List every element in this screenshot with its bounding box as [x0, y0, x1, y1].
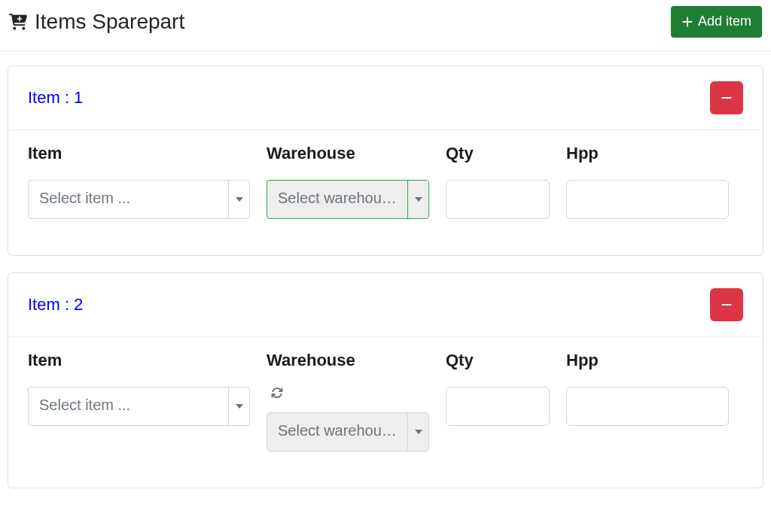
- hpp-input[interactable]: [566, 387, 729, 426]
- field-item: Item Select item ...: [28, 144, 250, 219]
- item-card-header: Item : 1: [8, 66, 763, 130]
- qty-input[interactable]: [446, 180, 550, 219]
- form-row: Item Select item ... Warehouse Select wa…: [28, 144, 743, 219]
- item-select-placeholder: Select item ...: [29, 181, 228, 218]
- item-card-body: Item Select item ... Warehouse Select wa…: [8, 337, 763, 488]
- label-hpp: Hpp: [566, 144, 729, 163]
- label-hpp: Hpp: [566, 351, 729, 370]
- item-card: Item : 2 Item Select item ... Warehouse: [8, 272, 763, 488]
- label-qty: Qty: [446, 351, 550, 370]
- item-index-label: Item : 2: [28, 295, 83, 315]
- items-container: Item : 1 Item Select item ... Warehouse …: [0, 52, 771, 518]
- warehouse-select[interactable]: Select warehou…: [267, 180, 429, 219]
- field-qty: Qty: [446, 144, 550, 219]
- item-card-body: Item Select item ... Warehouse Select wa…: [8, 130, 763, 255]
- item-card-header: Item : 2: [8, 273, 763, 337]
- item-select[interactable]: Select item ...: [28, 180, 250, 219]
- item-select[interactable]: Select item ...: [28, 387, 250, 426]
- warehouse-select[interactable]: Select warehou…: [267, 412, 429, 451]
- chevron-down-icon: [228, 388, 249, 425]
- page-header: Items Sparepart Add item: [0, 0, 771, 52]
- remove-item-button[interactable]: [710, 288, 743, 321]
- hpp-input[interactable]: [566, 180, 729, 219]
- page-title-wrap: Items Sparepart: [9, 10, 184, 34]
- field-warehouse: Warehouse Select warehou…: [267, 351, 429, 451]
- field-warehouse: Warehouse Select warehou…: [267, 144, 429, 219]
- remove-item-button[interactable]: [710, 81, 743, 114]
- field-item: Item Select item ...: [28, 351, 250, 451]
- qty-input[interactable]: [446, 387, 550, 426]
- field-hpp: Hpp: [566, 351, 729, 451]
- label-qty: Qty: [446, 144, 550, 163]
- chevron-down-icon: [228, 181, 249, 218]
- add-item-button[interactable]: Add item: [671, 6, 762, 38]
- label-item: Item: [28, 351, 250, 370]
- label-item: Item: [28, 144, 250, 163]
- chevron-down-icon: [407, 181, 428, 218]
- item-card: Item : 1 Item Select item ... Warehouse …: [8, 65, 763, 256]
- field-hpp: Hpp: [566, 144, 729, 219]
- label-warehouse: Warehouse: [267, 351, 429, 370]
- warehouse-select-placeholder: Select warehou…: [267, 413, 407, 451]
- item-index-label: Item : 1: [28, 88, 83, 108]
- refresh-icon: [267, 387, 429, 412]
- cart-plus-icon: [9, 11, 27, 32]
- item-select-placeholder: Select item ...: [29, 388, 228, 425]
- label-warehouse: Warehouse: [267, 144, 429, 163]
- minus-icon: [721, 299, 733, 311]
- chevron-down-icon: [407, 413, 428, 451]
- add-item-label: Add item: [698, 14, 751, 30]
- minus-icon: [721, 92, 733, 104]
- page-title: Items Sparepart: [35, 10, 184, 34]
- field-qty: Qty: [446, 351, 550, 451]
- plus-icon: [681, 16, 693, 28]
- warehouse-select-placeholder: Select warehou…: [267, 181, 407, 218]
- form-row: Item Select item ... Warehouse Select wa…: [28, 351, 743, 451]
